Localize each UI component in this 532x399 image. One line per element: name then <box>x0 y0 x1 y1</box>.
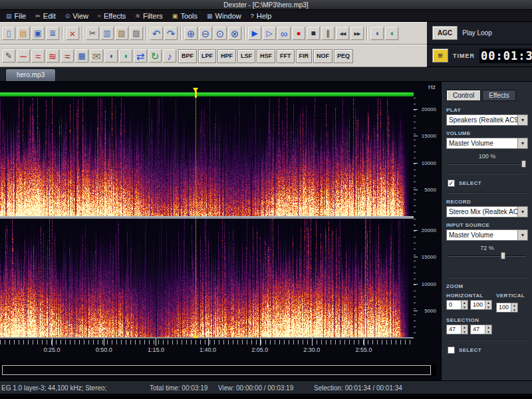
filter-peq-button[interactable]: PEQ <box>334 49 353 63</box>
delete-icon[interactable]: ▨ <box>129 26 144 41</box>
refresh-icon[interactable]: ↻ <box>148 49 162 63</box>
menu-view[interactable]: ⊙View <box>61 10 93 21</box>
spin-down-icon[interactable]: ▼ <box>462 330 467 334</box>
save-icon[interactable]: ▣ <box>31 26 45 41</box>
volume-section-label: VOLUME <box>446 130 528 136</box>
timeline-major-tick <box>156 338 156 346</box>
horizontal-scrollbar[interactable] <box>0 364 436 376</box>
dropdown-arrow-icon[interactable]: ▼ <box>517 115 527 125</box>
undo-icon[interactable]: ↶ <box>149 26 164 41</box>
speaker-loud-icon: ◖ <box>389 29 394 37</box>
spin-down-icon[interactable]: ▼ <box>511 308 517 313</box>
play-all-icon[interactable]: ▷ <box>262 26 277 41</box>
dropdown-arrow-icon[interactable]: ▼ <box>517 138 527 148</box>
wave-trim-icon[interactable]: ≈ <box>31 49 45 63</box>
filter-nof-button[interactable]: NOF <box>313 49 332 63</box>
zoom-horizontal-start-spinner[interactable]: 0 ▲▼ <box>446 300 468 310</box>
overview-bar[interactable] <box>0 92 414 96</box>
close-file-icon[interactable]: × <box>65 26 80 41</box>
filter-lpf-button[interactable]: LPF <box>198 49 216 63</box>
menu-filters[interactable]: ≋Filters <box>130 10 168 21</box>
speaker-icon[interactable]: ◖ <box>370 26 384 41</box>
zoom-vertical-spinner[interactable]: 100 ▲▼ <box>496 303 518 313</box>
paste-icon[interactable]: ▧ <box>114 26 129 41</box>
wave-gain-icon[interactable]: ≈ <box>60 49 74 63</box>
filter-bpf-button[interactable]: BPF <box>178 49 197 63</box>
menu-edit[interactable]: ✂Edit <box>31 10 61 21</box>
redo-icon[interactable]: ↷ <box>164 26 178 41</box>
skip-back-icon[interactable]: ◀◀ <box>335 26 350 41</box>
save-all-icon[interactable]: ≣ <box>45 26 60 41</box>
zoom-full-icon[interactable]: ⊗ <box>227 26 242 41</box>
filter-lsf-button[interactable]: LSF <box>237 49 255 63</box>
spectrogram-left-channel[interactable] <box>0 98 414 216</box>
select-playback-checkbox[interactable]: ✓ <box>448 180 455 187</box>
volume-slider[interactable] <box>448 160 526 168</box>
spin-down-icon[interactable]: ▼ <box>485 330 491 334</box>
tab-effects[interactable]: Effects <box>482 90 515 101</box>
spin-down-icon[interactable]: ▼ <box>462 305 467 310</box>
note-icon[interactable]: ♪ <box>162 49 177 63</box>
zoom-in-icon[interactable]: ⊕ <box>184 26 198 41</box>
speaker-loud-icon[interactable]: ◖ <box>384 26 399 41</box>
dropdown-arrow-icon[interactable]: ▼ <box>517 230 527 240</box>
cut-icon[interactable]: ✂ <box>85 26 100 41</box>
stop-icon: ■ <box>311 29 315 37</box>
spectrogram-right-channel[interactable] <box>0 219 414 337</box>
copy-icon[interactable]: ▥ <box>100 26 114 41</box>
stats-icon: ▦ <box>78 52 85 60</box>
volume-device-select[interactable]: Master Volume ▼ <box>446 138 528 149</box>
swap-icon[interactable]: ⇄ <box>133 49 148 63</box>
agc-button[interactable]: AGC <box>432 26 458 40</box>
spin-down-icon[interactable]: ▼ <box>485 305 491 310</box>
filter-hpf-button[interactable]: HPF <box>217 49 236 63</box>
redo-icon: ↷ <box>167 29 176 39</box>
pencil-icon[interactable]: ✎ <box>1 49 16 63</box>
open-folder-icon[interactable]: ▤ <box>16 26 31 41</box>
tab-control[interactable]: Control <box>446 90 481 101</box>
record-device-select[interactable]: Stereo Mix (Realtek AC97 A ▼ <box>446 206 528 217</box>
monitor-icon[interactable]: ◖ <box>118 49 133 63</box>
input-slider-thumb[interactable] <box>501 252 505 259</box>
menu-tools[interactable]: ▣Tools <box>168 10 202 21</box>
zoom-horizontal-end-spinner[interactable]: 100 ▲▼ <box>470 300 492 310</box>
loop-icon[interactable]: ∞ <box>277 26 291 41</box>
filter-hsf-button[interactable]: HSF <box>257 49 275 63</box>
tab-hero-mp3[interactable]: hero.mp3 <box>5 68 56 81</box>
selection-start-spinner[interactable]: 47 ▲▼ <box>446 325 468 334</box>
select-selection-checkbox[interactable] <box>448 346 455 354</box>
menu-window[interactable]: ▦Window <box>202 10 246 21</box>
dropdown-arrow-icon[interactable]: ▼ <box>517 207 527 217</box>
wave-mix-icon[interactable]: ≋ <box>45 49 60 63</box>
wave-cut-icon[interactable]: ∼ <box>16 49 31 63</box>
input-source-select[interactable]: Master Volume ▼ <box>446 229 528 241</box>
skip-forward-icon[interactable]: ▶▶ <box>350 26 364 41</box>
stats-icon[interactable]: ▦ <box>74 49 89 63</box>
play-icon[interactable]: ▶ <box>247 26 262 41</box>
toolbar-row1: ▯▤▣≣×✂▥▧▨↶↷⊕⊖⊙⊗▶▷∞●■∥◀◀▶▶◖◖ AGC Play Loo… <box>0 22 532 45</box>
record-input-icon[interactable]: ◖ <box>104 49 118 63</box>
playhead-marker-top[interactable] <box>193 88 198 92</box>
new-file-icon[interactable]: ▯ <box>1 26 16 41</box>
volume-slider-thumb[interactable] <box>521 160 526 168</box>
waveform-area[interactable]: Hz 2000015000100005000200001500010000500… <box>0 82 441 380</box>
timeline-ruler[interactable] <box>0 340 414 344</box>
record-icon[interactable]: ● <box>291 26 306 41</box>
input-slider[interactable] <box>448 252 526 259</box>
zoom-out-icon[interactable]: ⊖ <box>198 26 213 41</box>
playback-device-select[interactable]: Speakers (Realtek AC97 Au ▼ <box>446 114 528 126</box>
playhead-line[interactable] <box>196 92 196 337</box>
pause-icon[interactable]: ∥ <box>321 26 335 41</box>
zoom-selection-icon[interactable]: ⊙ <box>213 26 227 41</box>
scrollbar-thumb[interactable] <box>2 365 431 375</box>
stop-icon[interactable]: ■ <box>306 26 321 41</box>
menu-file[interactable]: ▤File <box>1 10 31 21</box>
equalizer-icon[interactable]: ≡ <box>432 49 448 63</box>
filter-fft-button[interactable]: FFT <box>277 49 295 63</box>
menu-help[interactable]: ?Help <box>246 10 277 21</box>
menu-effects[interactable]: ≈Effects <box>93 10 130 21</box>
playhead-marker-bottom[interactable] <box>193 333 198 338</box>
envelope-icon[interactable]: ✉ <box>89 49 104 63</box>
selection-end-spinner[interactable]: 47 ▲▼ <box>470 325 492 334</box>
filter-fir-button[interactable]: FIR <box>296 49 313 63</box>
